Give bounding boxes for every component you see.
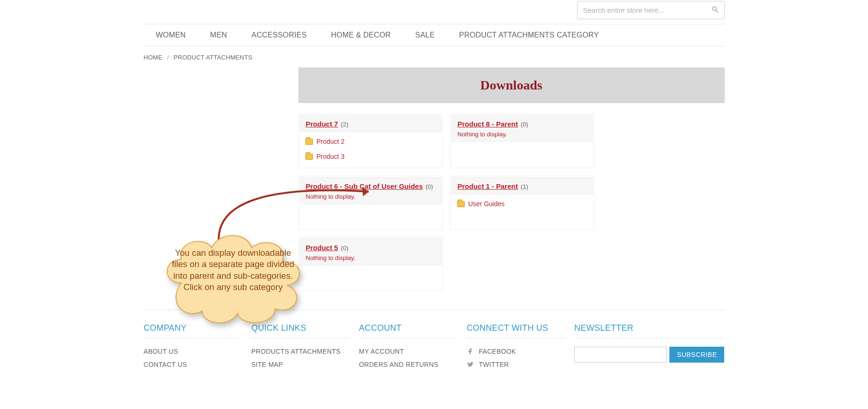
main-nav: WOMEN MEN ACCESSORIES HOME & DECOR SALE … xyxy=(144,24,725,46)
search-button[interactable] xyxy=(708,2,722,18)
category-count: (0) xyxy=(521,121,528,128)
footer-contact-us[interactable]: CONTACT US xyxy=(144,361,187,368)
subcategory-link[interactable]: Product 3 xyxy=(305,151,436,162)
folder-icon xyxy=(457,201,465,207)
footer-orders-returns[interactable]: ORDERS AND RETURNS xyxy=(359,361,438,368)
folder-icon xyxy=(305,154,313,160)
category-empty-message: Nothing to display. xyxy=(306,193,435,200)
nav-men[interactable]: MEN xyxy=(210,31,227,39)
category-count: (0) xyxy=(425,183,433,190)
footer-twitter[interactable]: TWITTER xyxy=(479,361,509,368)
footer-my-account[interactable]: MY ACCOUNT xyxy=(359,348,404,355)
footer-facebook[interactable]: FACEBOOK xyxy=(479,348,516,355)
subcategory-link[interactable]: User Guides xyxy=(457,198,587,209)
category-title[interactable]: Product 7 xyxy=(306,120,338,128)
footer-products-attachments[interactable]: PRODUCTS ATTACHMENTS xyxy=(251,348,341,355)
page-title: Downloads xyxy=(303,78,720,93)
subscribe-button[interactable]: SUBSCRIBE xyxy=(669,347,724,363)
footer-newsletter-title: NEWSLETTER xyxy=(574,323,724,338)
category-card: Product 8 - Parent (0)Nothing to display… xyxy=(450,113,594,168)
nav-accessories[interactable]: ACCESSORIES xyxy=(252,31,307,39)
twitter-icon xyxy=(467,361,474,368)
category-empty-message: Nothing to display. xyxy=(306,254,435,261)
breadcrumb: HOME / PRODUCT ATTACHMENTS xyxy=(144,46,725,67)
breadcrumb-current: PRODUCT ATTACHMENTS xyxy=(173,54,252,61)
category-title[interactable]: Product 5 xyxy=(306,244,338,252)
search-box xyxy=(577,1,725,19)
category-title[interactable]: Product 8 - Parent xyxy=(458,120,518,128)
footer-about-us[interactable]: ABOUT US xyxy=(144,348,178,355)
footer-account-title: ACCOUNT xyxy=(359,323,457,338)
category-card: Product 6 - Sub Cat of User Guides (0)No… xyxy=(298,176,443,230)
nav-home-decor[interactable]: HOME & DECOR xyxy=(331,31,391,39)
category-title[interactable]: Product 1 - Parent xyxy=(458,182,518,190)
subcategory-label: Product 2 xyxy=(317,138,345,145)
footer-connect-title: CONNECT WITH US xyxy=(467,323,565,338)
category-card: Product 5 (0)Nothing to display. xyxy=(298,237,443,291)
nav-sale[interactable]: SALE xyxy=(415,31,435,39)
category-count: (1) xyxy=(521,183,528,190)
search-input[interactable] xyxy=(578,1,724,19)
category-card: Product 1 - Parent (1)User Guides xyxy=(450,176,594,230)
footer-site-map[interactable]: SITE MAP xyxy=(251,361,283,368)
search-icon xyxy=(711,5,720,14)
category-card: Product 7 (2)Product 2Product 3 xyxy=(298,113,443,168)
category-title[interactable]: Product 6 - Sub Cat of User Guides xyxy=(306,182,423,190)
subcategory-link[interactable]: Product 2 xyxy=(305,136,436,151)
breadcrumb-separator: / xyxy=(167,54,169,61)
nav-product-attachments[interactable]: PRODUCT ATTACHMENTS CATEGORY xyxy=(459,31,599,39)
page-title-banner: Downloads xyxy=(298,67,725,103)
footer-quicklinks-title: QUICK LINKS xyxy=(251,323,349,338)
category-count: (2) xyxy=(341,121,349,128)
footer-company-title: COMPANY xyxy=(144,323,242,338)
facebook-icon xyxy=(467,348,474,355)
breadcrumb-home[interactable]: HOME xyxy=(144,54,163,61)
category-empty-message: Nothing to display. xyxy=(458,131,587,138)
subcategory-label: Product 3 xyxy=(317,153,345,160)
folder-icon xyxy=(305,139,313,145)
category-count: (0) xyxy=(341,245,349,252)
nav-women[interactable]: WOMEN xyxy=(156,31,186,39)
subcategory-label: User Guides xyxy=(468,200,505,208)
newsletter-input[interactable] xyxy=(574,347,667,363)
